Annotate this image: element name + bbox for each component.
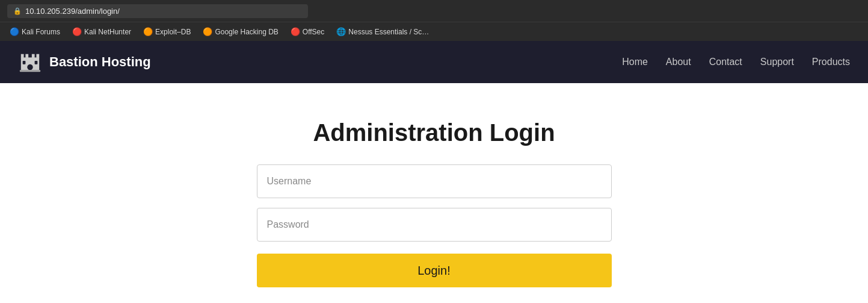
bookmarks-bar: 🔵 Kali Forums 🔴 Kali NetHunter 🟠 Exploit… <box>0 22 868 41</box>
nav-links: Home About Contact Support Products <box>622 57 850 67</box>
bookmark-offsec[interactable]: 🔴 OffSec <box>286 25 329 38</box>
offsec-icon: 🔴 <box>291 27 300 36</box>
google-hacking-db-icon: 🟠 <box>203 27 212 36</box>
svg-rect-0 <box>21 54 24 58</box>
bookmark-label: Kali Forums <box>22 28 60 36</box>
site-navbar: Bastion Hosting Home About Contact Suppo… <box>0 41 868 83</box>
kali-nethunter-icon: 🔴 <box>72 27 82 36</box>
address-url: 10.10.205.239/admin/login/ <box>25 7 120 16</box>
bookmark-google-hacking-db[interactable]: 🟠 Google Hacking DB <box>198 25 283 38</box>
nav-link-home[interactable]: Home <box>622 57 648 67</box>
address-bar[interactable]: 🔒 10.10.205.239/admin/login/ <box>7 4 308 18</box>
svg-rect-3 <box>36 54 39 58</box>
svg-rect-5 <box>27 64 33 70</box>
bookmark-label: Google Hacking DB <box>215 28 278 36</box>
bookmark-kali-nethunter[interactable]: 🔴 Kali NetHunter <box>67 25 136 38</box>
lock-icon: 🔒 <box>13 7 22 15</box>
password-input[interactable] <box>257 208 612 242</box>
site-brand[interactable]: Bastion Hosting <box>18 50 151 74</box>
svg-rect-2 <box>32 54 35 58</box>
bookmark-nessus[interactable]: 🌐 Nessus Essentials / Sc… <box>331 25 434 38</box>
bookmark-label: OffSec <box>303 28 324 36</box>
nav-link-support[interactable]: Support <box>760 57 794 67</box>
kali-forums-icon: 🔵 <box>10 27 19 36</box>
bookmark-label: Nessus Essentials / Sc… <box>348 28 429 36</box>
brand-name: Bastion Hosting <box>49 54 151 70</box>
login-form: Login! <box>257 164 612 287</box>
nessus-icon: 🌐 <box>336 27 346 36</box>
nav-link-contact[interactable]: Contact <box>709 57 742 67</box>
bookmark-label: Kali NetHunter <box>84 28 131 36</box>
login-button[interactable]: Login! <box>257 254 612 287</box>
nav-link-products[interactable]: Products <box>812 57 850 67</box>
svg-rect-8 <box>20 70 40 72</box>
browser-chrome: 🔒 10.10.205.239/admin/login/ <box>0 0 868 22</box>
svg-rect-7 <box>35 61 38 64</box>
exploit-db-icon: 🟠 <box>143 27 153 36</box>
bookmark-kali-forums[interactable]: 🔵 Kali Forums <box>5 25 65 38</box>
page-title: Administration Login <box>313 119 555 146</box>
username-input[interactable] <box>257 164 612 198</box>
main-content: Administration Login Login! <box>0 83 868 303</box>
svg-rect-6 <box>23 61 26 64</box>
svg-rect-1 <box>25 54 28 58</box>
brand-castle-icon <box>18 50 42 74</box>
nav-link-about[interactable]: About <box>666 57 691 67</box>
bookmark-label: Exploit–DB <box>155 28 191 36</box>
bookmark-exploit-db[interactable]: 🟠 Exploit–DB <box>138 25 195 38</box>
